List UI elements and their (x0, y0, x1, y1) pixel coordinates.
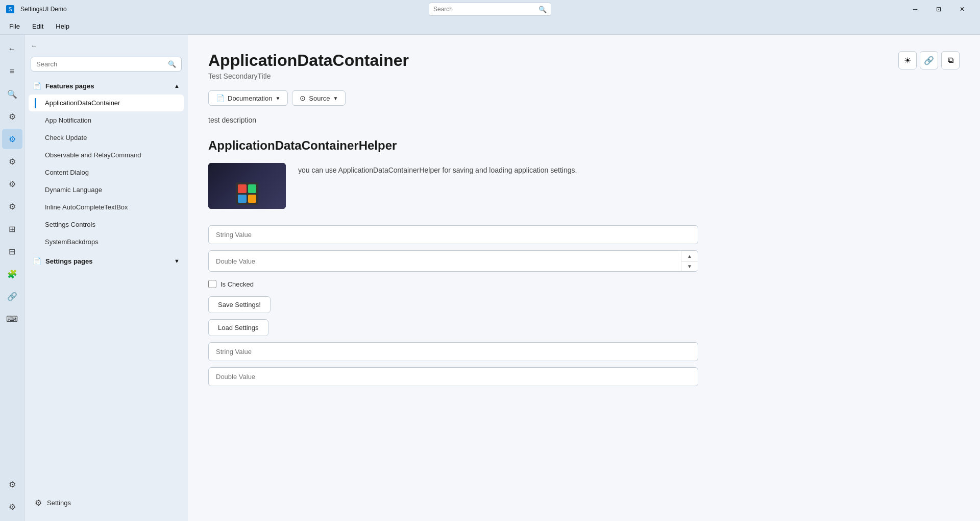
string-value-input[interactable] (208, 225, 698, 244)
string-value-2-field (208, 342, 698, 361)
settings-section-header[interactable]: 📄 Settings pages ▼ (24, 253, 188, 269)
sidebar-item-inline-autocomplete[interactable]: Inline AutoCompleteTextBox (29, 199, 184, 216)
settings-nav-2[interactable]: ⚙ (2, 129, 22, 149)
sidebar-search-input[interactable] (36, 60, 164, 68)
source-label: Source (309, 94, 330, 102)
link-btn[interactable]: 🔗 (2, 286, 22, 306)
double-value-field: ▲ ▼ (208, 250, 698, 272)
theme-toggle-btn[interactable]: ☀ (898, 51, 917, 69)
sidebar-back-btn[interactable]: ← (24, 39, 188, 53)
keyboard-btn[interactable]: ⌨ (2, 309, 22, 329)
gear-icon: ⚙ (35, 498, 42, 508)
sidebar-item-content-dialog[interactable]: Content Dialog (29, 164, 184, 181)
settings-nav-5[interactable]: ⚙ (2, 196, 22, 217)
search-icon: 🔍 (538, 6, 547, 13)
link-action-btn[interactable]: 🔗 (920, 51, 938, 69)
is-checked-row: Is Checked (208, 278, 698, 290)
documentation-btn[interactable]: 📄 Documentation ▼ (208, 90, 288, 106)
documentation-label: Documentation (228, 94, 272, 102)
features-section: 📄 Features pages ▲ ApplicationDataContai… (24, 78, 188, 251)
demo-card: you can use ApplicationDataContainerHelp… (208, 163, 960, 209)
features-section-header[interactable]: 📄 Features pages ▲ (24, 78, 188, 94)
double-value-input[interactable] (209, 252, 681, 270)
content-actions: 📄 Documentation ▼ ⊙ Source ▼ (208, 90, 960, 106)
section-title: ApplicationDataContainerHelper (208, 138, 960, 153)
minimize-button[interactable]: ─ (903, 0, 927, 18)
settings-section-label: Settings pages (45, 257, 92, 265)
is-checked-label: Is Checked (220, 280, 254, 288)
save-settings-btn[interactable]: Save Settings! (208, 296, 271, 313)
double-value-2-field (208, 367, 698, 386)
page-title: ApplicationDataContainer (208, 51, 960, 70)
app-icon: S (6, 5, 14, 13)
section-description: you can use ApplicationDataContainerHelp… (298, 163, 577, 209)
load-settings-btn[interactable]: Load Settings (208, 319, 268, 336)
source-chevron-icon: ▼ (333, 96, 338, 101)
app-body: ← ≡ 🔍 ⚙ ⚙ ⚙ ⚙ ⚙ ⊞ ⊟ 🧩 🔗 ⌨ ⚙ ⚙ ← 🔍 📄 F (0, 35, 980, 521)
sidebar-item-observable[interactable]: Observable and RelayCommand (29, 147, 184, 163)
menu-file[interactable]: File (4, 20, 25, 32)
github-icon: ⊙ (300, 94, 306, 102)
settings-nav-4[interactable]: ⚙ (2, 174, 22, 194)
search-nav-btn[interactable]: 🔍 (2, 84, 22, 104)
source-btn[interactable]: ⊙ Source ▼ (292, 90, 346, 106)
spinner-down-btn[interactable]: ▼ (681, 261, 698, 271)
spinner-up-btn[interactable]: ▲ (681, 251, 698, 261)
content-top-actions: ☀ 🔗 ⧉ (898, 51, 960, 69)
sidebar-settings-label: Settings (47, 499, 71, 507)
is-checked-checkbox[interactable] (208, 280, 216, 288)
form-section: ▲ ▼ Is Checked Save Settings! Load Setti… (208, 225, 698, 386)
sidebar-search-icon: 🔍 (168, 60, 176, 68)
blocks-btn[interactable]: ⊞ (2, 219, 22, 239)
settings-bottom-btn-2[interactable]: ⚙ (2, 496, 22, 517)
back-nav-btn[interactable]: ← (2, 39, 22, 59)
copy-icon: ⧉ (948, 56, 953, 65)
title-search-input[interactable] (433, 6, 535, 13)
double-value-spinner: ▲ ▼ (208, 250, 698, 272)
spinner-controls: ▲ ▼ (681, 251, 698, 271)
settings-section-icon: 📄 (33, 257, 41, 265)
doc-chevron-icon: ▼ (275, 96, 280, 101)
app-title: SettingsUI Demo (20, 6, 67, 13)
features-section-icon: 📄 (33, 82, 41, 90)
settings-nav-1[interactable]: ⚙ (2, 106, 22, 127)
sidebar-item-app-notification[interactable]: App Notification (29, 112, 184, 129)
page-subtitle: Test SecondaryTitle (208, 72, 960, 80)
nav-rail: ← ≡ 🔍 ⚙ ⚙ ⚙ ⚙ ⚙ ⊞ ⊟ 🧩 🔗 ⌨ ⚙ ⚙ (0, 35, 24, 521)
settings-nav-3[interactable]: ⚙ (2, 151, 22, 172)
back-icon: ← (31, 42, 37, 50)
close-button[interactable]: ✕ (950, 0, 974, 18)
settings-section: 📄 Settings pages ▼ (24, 253, 188, 269)
chevron-down-icon: ▼ (174, 258, 180, 264)
demo-image (208, 163, 286, 209)
sun-icon: ☀ (904, 56, 911, 65)
window-controls: ─ ⊡ ✕ (903, 0, 974, 18)
chevron-up-icon: ▲ (174, 83, 180, 89)
restore-button[interactable]: ⊡ (927, 0, 950, 18)
grid-btn[interactable]: ⊟ (2, 241, 22, 262)
content-header: ApplicationDataContainer Test SecondaryT… (208, 51, 960, 80)
title-search[interactable]: 🔍 (429, 3, 551, 16)
hamburger-btn[interactable]: ≡ (2, 61, 22, 82)
doc-icon: 📄 (216, 94, 225, 102)
puzzle-btn[interactable]: 🧩 (2, 264, 22, 284)
sidebar: ← 🔍 📄 Features pages ▲ ApplicationDataCo… (24, 35, 188, 521)
sidebar-item-settings-controls[interactable]: Settings Controls (29, 216, 184, 233)
menu-bar: File Edit Help (0, 18, 980, 35)
string-value-field (208, 225, 698, 244)
sidebar-search[interactable]: 🔍 (31, 57, 182, 72)
sidebar-item-check-update[interactable]: Check Update (29, 129, 184, 146)
double-value-2-input[interactable] (208, 367, 698, 386)
content-description: test description (208, 116, 960, 124)
settings-bottom-btn-1[interactable]: ⚙ (2, 474, 22, 494)
menu-edit[interactable]: Edit (27, 20, 48, 32)
menu-help[interactable]: Help (51, 20, 75, 32)
sidebar-settings-btn[interactable]: ⚙ Settings (29, 493, 184, 513)
string-value-2-input[interactable] (208, 342, 698, 361)
sidebar-item-dynamic-language[interactable]: Dynamic Language (29, 181, 184, 198)
sidebar-settings-area: ⚙ Settings (24, 489, 188, 517)
sidebar-item-application-data-container[interactable]: ApplicationDataContainer (29, 94, 184, 111)
main-content: ☀ 🔗 ⧉ ApplicationDataContainer Test Seco… (188, 35, 980, 521)
sidebar-item-system-backdrops[interactable]: SystemBackdrops (29, 233, 184, 250)
copy-action-btn[interactable]: ⧉ (941, 51, 960, 69)
